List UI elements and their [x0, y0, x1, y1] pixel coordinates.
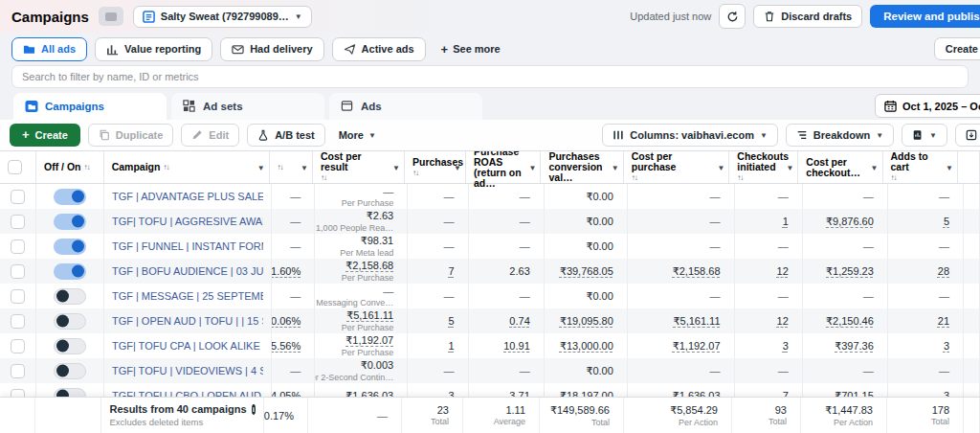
campaign-toggle[interactable]: [54, 363, 86, 379]
campaign-toggle[interactable]: [54, 313, 86, 330]
see-more-button[interactable]: + See more: [434, 37, 508, 61]
row-checkbox[interactable]: [11, 239, 25, 254]
column-header-cpc[interactable]: Cost per checkout…▼: [798, 151, 882, 183]
campaign-toggle-cell: [36, 308, 104, 333]
row-checkbox-cell: [0, 259, 36, 284]
campaign-name-cell: TGF | BOFU AUDIENCE | 03 JULY 2025: [104, 259, 272, 284]
select-all-checkbox[interactable]: [8, 160, 22, 174]
ab-test-button[interactable]: A/B test: [247, 124, 325, 147]
chevron-down-icon[interactable]: ▼: [454, 162, 461, 172]
calendar-icon: [884, 100, 897, 112]
filter-bar: All ads Value reporting Had delivery Act…: [0, 33, 980, 65]
row-checkbox[interactable]: [11, 339, 25, 353]
filter-active-ads[interactable]: Active ads: [332, 37, 426, 61]
campaign-link[interactable]: TGF | MESSAGE | 25 SEPTEMBER 2025: [112, 290, 263, 302]
toggle-knob: [72, 240, 84, 253]
footer-spacer: [35, 398, 101, 433]
campaign-link[interactable]: TGF| TOFU | AGGRESIVE AWARE NESS | 23 …: [112, 216, 263, 227]
date-range-picker[interactable]: Oct 1, 2025 – Oc: [875, 94, 980, 118]
campaign-toggle[interactable]: [54, 263, 86, 280]
cell-cpc: —: [803, 284, 888, 308]
cell-rate: —: [272, 184, 316, 209]
sort-arrows-icon: ↑↓: [412, 168, 418, 178]
row-checkbox[interactable]: [11, 264, 25, 279]
row-checkbox[interactable]: [11, 364, 25, 378]
column-header-roas[interactable]: Purchase ROAS (return on ad…▼: [466, 151, 541, 183]
campaign-link[interactable]: TGF | ADVANTAGE PLUS SALE |27 OCT 2025: [112, 191, 263, 202]
chevron-down-icon[interactable]: ▼: [946, 162, 953, 172]
chevron-down-icon[interactable]: ▼: [612, 162, 619, 172]
cell-conv: ₹0.00: [545, 209, 628, 234]
chevron-down-icon[interactable]: ▼: [717, 162, 724, 172]
create-campaign-button[interactable]: + Create: [10, 124, 80, 147]
cell-atc: 21: [888, 308, 964, 333]
chevron-down-icon[interactable]: ▼: [871, 162, 879, 172]
cell-extra: [964, 209, 980, 234]
ad-account-selector[interactable]: Salty Sweat (792799089… ▼: [133, 6, 312, 28]
tab-ads[interactable]: Ads: [329, 93, 482, 120]
export-button[interactable]: [955, 124, 980, 147]
info-icon[interactable]: i: [252, 404, 256, 415]
campaign-name-cell: TGF| TOFU | AGGRESIVE AWARE NESS | 23 …: [104, 209, 272, 234]
campaign-toggle[interactable]: [54, 338, 86, 354]
edit-button[interactable]: Edit: [181, 124, 239, 147]
campaign-link[interactable]: TGF | FUNNEL | INSTANT FORM | 05 JULY 2…: [112, 240, 263, 252]
campaign-toggle[interactable]: [54, 214, 86, 230]
review-publish-button[interactable]: Review and publish (5: [870, 5, 980, 28]
reports-button[interactable]: ▼: [902, 124, 947, 147]
column-header-rate[interactable]: ↑↓▼: [270, 151, 313, 183]
chevron-down-icon[interactable]: ▼: [529, 162, 537, 172]
campaign-link[interactable]: TGF | BOFU AUDIENCE | 03 JULY 2025: [112, 265, 263, 277]
footer-results-cell: Results from 40 campaigns i Excludes del…: [101, 398, 264, 433]
footer-cell-cpp: ₹5,854.29Per Action: [624, 398, 732, 433]
cell-cpr: —Per Purchase: [315, 184, 408, 209]
duplicate-button[interactable]: Duplicate: [88, 124, 174, 147]
campaign-link[interactable]: TGF | OPEN AUD | TOFU | | 15 SEP 2025: [112, 315, 263, 327]
column-header-toggle[interactable]: Off / On↑↓: [36, 151, 104, 183]
copy-icon: [99, 129, 110, 141]
column-header-checkouts[interactable]: Checkouts initiated↑↓▼: [729, 151, 798, 183]
campaign-link[interactable]: TGF| TOFU CPA | LOOK ALIKE | 12 AUG 2025: [112, 340, 263, 352]
create-pill-button[interactable]: Create: [934, 37, 980, 60]
chevron-down-icon[interactable]: ▼: [257, 162, 265, 172]
chevron-down-icon[interactable]: ▼: [392, 162, 400, 172]
bar-chart-icon: [106, 43, 119, 56]
cell-cpp: ₹1,192.07: [628, 333, 735, 358]
column-header-cpr[interactable]: Cost per result↑↓▼: [313, 151, 405, 183]
campaign-toggle[interactable]: [54, 189, 86, 205]
tab-campaigns[interactable]: Campaigns: [13, 93, 167, 120]
tab-ad-sets[interactable]: Ad sets: [171, 93, 324, 120]
table-toolbar: + Create Duplicate Edit A/B test More ▼: [0, 120, 980, 150]
more-button[interactable]: More ▼: [333, 125, 382, 146]
cell-purchases: —: [408, 234, 468, 259]
breakdown-button[interactable]: Breakdown ▼: [786, 124, 894, 147]
filter-had-delivery[interactable]: Had delivery: [220, 37, 323, 61]
row-checkbox[interactable]: [11, 190, 25, 204]
campaign-toggle[interactable]: [54, 288, 86, 305]
cell-checkouts: 12: [735, 259, 803, 284]
columns-button[interactable]: Columns: vaibhavi.ecom ▼: [602, 124, 778, 147]
sort-arrows-icon: ↑↓: [737, 172, 743, 183]
discard-drafts-button[interactable]: Discard drafts: [753, 5, 862, 28]
cell-cpc: —: [803, 234, 888, 259]
refresh-button[interactable]: [719, 4, 746, 29]
column-header-name[interactable]: Campaign↑↓▼: [104, 151, 270, 183]
chevron-down-icon[interactable]: ▼: [786, 162, 793, 172]
chevron-down-icon[interactable]: ▼: [301, 162, 308, 172]
table-row: TGF | OPEN AUD | TOFU | | 15 SEP 20250.0…: [0, 308, 980, 333]
column-header-cpp[interactable]: Cost per purchase↑↓▼: [624, 151, 730, 183]
campaign-link[interactable]: TGF| TOFU | VIDEOVIEWS | 4 SEPT 2025: [112, 365, 263, 376]
column-header-conv[interactable]: Purchases conversion val…▼: [541, 151, 623, 183]
search-input[interactable]: [11, 65, 969, 88]
row-checkbox[interactable]: [11, 314, 25, 329]
cell-checkouts: —: [735, 184, 803, 209]
row-checkbox-cell: [0, 308, 36, 333]
row-checkbox[interactable]: [11, 289, 25, 304]
filter-all-ads[interactable]: All ads: [11, 37, 87, 61]
cell-rate: —: [272, 209, 316, 234]
column-header-purchases[interactable]: Purchases↑↓▼: [405, 151, 466, 183]
filter-value-reporting[interactable]: Value reporting: [95, 37, 212, 61]
column-header-atc[interactable]: Adds to cart↑↓▼: [883, 151, 958, 183]
campaign-toggle[interactable]: [54, 239, 86, 255]
row-checkbox[interactable]: [11, 215, 25, 229]
